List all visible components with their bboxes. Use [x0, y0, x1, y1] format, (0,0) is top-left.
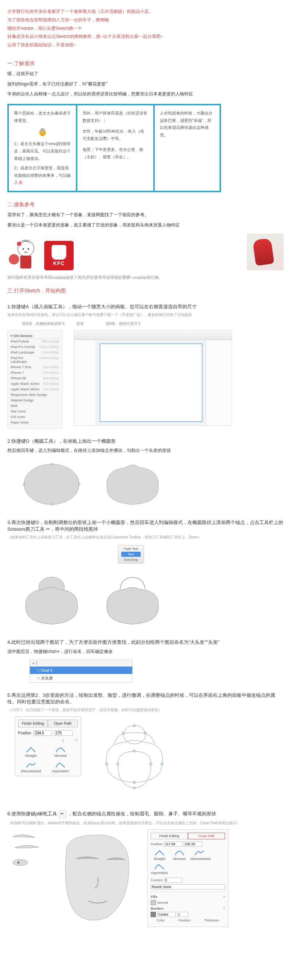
sidebar-preset-row[interactable]: iPad Landscape1024×768px — [11, 350, 59, 355]
sidebar-preset-row[interactable]: iPad Pro Portrait1024×1366px — [11, 344, 59, 350]
blend-label: Normal — [157, 901, 168, 905]
corners-input[interactable] — [164, 878, 182, 883]
oval-shape — [18, 458, 85, 510]
close-path-button[interactable]: Close Path — [188, 833, 225, 839]
sidebar-header: ▾ iOS Devices — [11, 333, 59, 339]
position-y-input[interactable] — [54, 730, 73, 736]
toolbar-item[interactable]: Fade Text — [124, 547, 138, 550]
intro-line: 懒得开Adobe，用心头爱Sketch撸一个 — [7, 24, 284, 33]
sidebar-preset-row[interactable]: Paper Sizes — [11, 420, 59, 425]
eyebrow-samples — [7, 829, 48, 877]
point-type-asymmetric[interactable]: Asymmetric — [48, 761, 73, 773]
sketch-left-panel[interactable] — [74, 340, 96, 425]
toolbar-item[interactable]: Text Drop — [124, 558, 138, 562]
kfc-text: KFC — [53, 260, 65, 266]
sketch-toolbar[interactable] — [74, 330, 232, 340]
s2-note: 你问我咋有开封菜爷爷和cosplay妹纸？因为开封菜爷爷笑得很好看啊~cospl… — [7, 275, 284, 280]
hair-shape — [99, 458, 166, 510]
point-type-grid: Straight Mirrored Disconnected Asymmetri… — [18, 746, 78, 773]
pt-straight[interactable]: Straight — [151, 849, 169, 861]
svg-rect-13 — [134, 725, 135, 727]
layer-item-selected[interactable]: ○ Oval 4 — [30, 667, 132, 674]
pt-mirrored[interactable]: Mirrored — [170, 849, 188, 861]
caption: 按A后，拖动任意尺寸 — [106, 321, 142, 326]
cosplay-photo — [247, 234, 284, 270]
layer-panel[interactable]: ▸ 1 ○ Oval 4 ○ 大头发 — [29, 660, 133, 683]
hair-with-bun-full — [18, 571, 85, 630]
pt-disconnected[interactable]: Disconnected — [191, 849, 208, 861]
box-text: 场景：下午茶居多。在办公室、家（主妇）、寝室（学生）。 — [83, 146, 148, 161]
pos-x-input[interactable] — [164, 842, 182, 847]
hair-with-bun-cut — [99, 571, 166, 630]
svg-rect-7 — [23, 484, 25, 485]
sidebar-preset-row[interactable]: Web — [11, 403, 59, 409]
round-select[interactable] — [151, 884, 225, 889]
svg-point-6 — [24, 464, 79, 504]
intro-line: 大学骑行社的学弟在老家开了一个做草莓大福（又叫雪媚娘）的甜品小店。 — [7, 7, 284, 16]
borders-label: Borders — [151, 907, 164, 910]
border-position[interactable] — [157, 912, 176, 917]
svg-point-23 — [13, 859, 28, 865]
svg-rect-22 — [134, 787, 135, 789]
step-5-title: 5.再次运用第2、3步里面的方法，绘制出发髻、脸型，进行微调，在调整锚点的时候，… — [7, 692, 284, 705]
open-path-button[interactable]: Open Path — [48, 720, 78, 727]
head-outline-drawing — [92, 716, 177, 801]
sidebar-preset-row[interactable]: iPhone 7375×667px — [11, 370, 59, 375]
position-x-input[interactable] — [33, 730, 52, 736]
layer-item[interactable]: ○ 大头发 — [30, 674, 132, 682]
sidebar-preset-row[interactable]: Responsive Web Design — [11, 392, 59, 398]
border-thickness[interactable] — [177, 912, 188, 917]
intro-block: 大学骑行社的学弟在老家开了一个做草莓大福（又叫雪媚娘）的甜品小店。 为了报答他当… — [7, 7, 284, 49]
sketch-right-panel[interactable] — [206, 340, 232, 425]
sidebar-preset-row[interactable]: Mac Icons — [11, 409, 59, 414]
step-2b: 然后按回车键，进入到编辑模式，在路径上添加锚点并挪动，勾勒出一个头发的形状 — [7, 447, 284, 455]
step2-shapes — [18, 458, 284, 510]
section-3-title: 三.打开Sketch，开始构图 — [7, 288, 284, 294]
anchor-panel-6[interactable]: Finish Editing Close Path Position Strai… — [147, 829, 228, 927]
kfc-face-icon — [52, 245, 66, 259]
step-1-title: 1.快捷键A（插入画板工具），拖动一个随意大小的画板。也可以在右侧直接选自带的尺… — [7, 304, 284, 310]
pen-tool-icon — [59, 810, 67, 818]
box-text: 另外，用户群体应该是（目前还没有数据支持）： — [83, 110, 148, 124]
step-3-hint: （如果你的工具栏上没有剪刀工具，在工具栏上右键单击后点击Customize To… — [7, 535, 284, 540]
step3-shapes — [18, 571, 284, 630]
sidebar-preset-row[interactable]: Apple Watch 38mm272×340px — [11, 387, 59, 392]
finish-editing-button[interactable]: Finish Editing — [18, 720, 48, 727]
customize-toolbar-snippet[interactable]: Fade Text Text Text Drop — [118, 545, 144, 563]
finish-editing-button[interactable]: Finish Editing — [151, 833, 188, 839]
svg-rect-16 — [106, 763, 108, 765]
sidebar-preset-row[interactable]: Material Design — [11, 398, 59, 403]
sketch-window[interactable] — [74, 330, 232, 426]
caption: 或者 — [76, 321, 84, 326]
s1-p2: 接到的logo需求，名字已经注册好了，叫"樱花婆婆" — [7, 80, 284, 88]
pt-asymmetric[interactable]: Asymmetric — [151, 863, 169, 875]
sidebar-preset-row[interactable]: iPhone 7 Plus414×736px — [11, 364, 59, 370]
point-type-mirrored[interactable]: Mirrored — [48, 746, 73, 757]
toolbar-item-selected[interactable]: Text — [121, 552, 141, 557]
x-label: X — [62, 739, 64, 743]
face-drawing — [55, 829, 140, 925]
svg-point-3 — [17, 242, 21, 246]
svg-point-2 — [28, 248, 29, 250]
sidebar-preset-row[interactable]: iPhone SE320×568px — [11, 375, 59, 381]
pos-y-input[interactable] — [184, 842, 202, 847]
sidebar-preset-row[interactable]: iPad Pro Landscape1366×1024px — [11, 355, 59, 364]
fill-swatch[interactable] — [151, 900, 156, 905]
border-swatch[interactable] — [151, 912, 156, 917]
fills-label: Fills — [151, 895, 157, 899]
y-label: Y — [75, 739, 78, 743]
reference-images-row: KFC — [7, 234, 284, 270]
sidebar-preset-row[interactable]: Apple Watch 42mm312×390px — [11, 381, 59, 387]
point-type-disconnected[interactable]: Disconnected — [18, 761, 44, 773]
sketch-artboard-canvas[interactable] — [100, 344, 202, 422]
sketch-artboard-sidebar[interactable]: ▾ iOS Devices iPad Portrait768×1024pxiPa… — [7, 330, 63, 429]
intro-line: 运用了很多的基础知识，不喜勿喷~ — [7, 41, 284, 49]
step-3-title: 3.再次快捷键O，在刚刚调整出的形状上画一个小椭圆形，然后回车进入到编辑模式，在… — [7, 519, 284, 533]
sidebar-preset-row[interactable]: iPad Portrait768×1024px — [11, 339, 59, 344]
point-type-straight[interactable]: Straight — [18, 746, 44, 757]
caption: 按A后，右侧的画板选择卡 — [22, 321, 65, 326]
anchor-properties-panel[interactable]: Finish Editing Open Path Position X Y St… — [15, 716, 81, 776]
box-text: 1）老太太头像这个emoji的很俏皮，喜闻乐见。可以直接在这个基础上做改动。 — [14, 140, 71, 162]
step-1-hint: 如果你没有Sketch安装包，那么可以去云端注册个帐号免费下载一个（不是做广告）… — [7, 312, 284, 317]
sidebar-preset-row[interactable]: iOS Icons — [11, 414, 59, 420]
